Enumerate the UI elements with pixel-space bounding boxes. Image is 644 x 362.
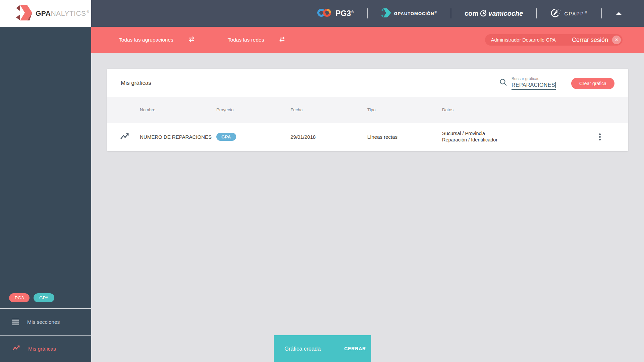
row-chart-type-icon: [107, 133, 140, 141]
gpanalytics-label: GPANALYTICS®: [36, 9, 89, 17]
search-input-value: REPARACIONES: [512, 82, 555, 88]
networks-label: Todas las redes: [228, 37, 264, 43]
swap-icon[interactable]: [187, 36, 196, 44]
cell-datos: Sucursal / Provincia Reparación / Identi…: [442, 130, 570, 143]
comprovamicoche-logo: com vamicoche: [465, 9, 523, 18]
groupings-filter[interactable]: Todas las agrupaciones: [119, 36, 196, 44]
column-nombre: Nombre: [140, 107, 216, 112]
table-row[interactable]: NUMERO DE REPARACIONES GPA 29/01/2018 Lí…: [107, 123, 628, 151]
gpanalytics-arrow-icon: [16, 5, 32, 22]
gpapp-logo: GPAPP®: [550, 7, 588, 19]
cell-nombre: NUMERO DE REPARACIONES: [140, 134, 216, 140]
sidebar-item-mis-graficas[interactable]: Mis gráficas: [0, 335, 91, 362]
datos-line-1: Sucursal / Provincia: [442, 130, 570, 137]
gpapp-label: GPAPP®: [564, 10, 588, 16]
card-header: Mis gráficas Buscar gráficas REPARACIONE…: [107, 69, 628, 97]
search-field-label: Buscar gráficas: [512, 76, 556, 81]
groupings-label: Todas las agrupaciones: [119, 37, 173, 43]
header-divider: [536, 8, 537, 18]
filter-bar: Todas las agrupaciones Todas las redes A…: [91, 27, 644, 53]
sidebar-badges: PG3 GPA: [9, 293, 54, 302]
pg3-logo: PG3®: [317, 8, 354, 19]
logout-close-icon[interactable]: ✕: [612, 36, 621, 44]
gpautomocion-label: GPAUTOMOCIÓN®: [394, 10, 437, 16]
session-pill: Administrador Desarrollo GPA Cerrar sesi…: [485, 34, 623, 46]
graphs-card: Mis gráficas Buscar gráficas REPARACIONE…: [107, 69, 628, 151]
create-graph-button[interactable]: Crear gráfica: [571, 78, 614, 89]
cell-tipo: Líneas rectas: [367, 134, 442, 140]
column-proyecto: Proyecto: [216, 107, 290, 112]
sidebar-menu: Mis secciones Mis gráficas: [0, 308, 91, 362]
pg3-label: PG3®: [335, 9, 354, 18]
comprova-suffix: vamicoche: [488, 10, 523, 17]
badge-gpa[interactable]: GPA: [34, 293, 54, 302]
pg3-infinity-icon: [317, 8, 332, 19]
sidebar: PG3 GPA Mis secciones Mis gráficas: [0, 27, 91, 362]
list-icon: [12, 319, 19, 325]
clock-icon: [478, 9, 488, 18]
sidebar-item-mis-secciones[interactable]: Mis secciones: [0, 308, 91, 335]
cell-proyecto: GPA: [216, 133, 290, 141]
user-name: Administrador Desarrollo GPA: [491, 37, 556, 43]
wrench-circle-icon: [550, 7, 561, 19]
badge-pg3[interactable]: PG3: [9, 293, 30, 302]
gpautomocion-arrow-icon: [381, 8, 391, 19]
column-tipo: Tipo: [367, 107, 442, 112]
search-field: Buscar gráficas REPARACIONES: [512, 76, 556, 90]
top-header: PG3® GPAUTOMOCIÓN® com: [0, 0, 644, 27]
gpanalytics-logo: GPANALYTICS®: [0, 0, 91, 27]
chevron-up-icon: [616, 12, 622, 15]
cell-actions: [570, 133, 628, 140]
column-fecha: Fecha: [290, 107, 367, 112]
text-cursor: [555, 82, 556, 88]
line-chart-icon: [12, 345, 20, 353]
table-header: Nombre Proyecto Fecha Tipo Datos: [107, 97, 628, 123]
header-divider: [451, 8, 451, 18]
project-badge: GPA: [216, 133, 236, 141]
datos-line-2: Reparación / Identificador: [442, 137, 570, 143]
snackbar: Gráfica creada CERRAR: [274, 335, 371, 362]
search-input[interactable]: REPARACIONES: [512, 82, 556, 90]
header-divider: [601, 8, 602, 18]
collapse-header-button[interactable]: [615, 11, 623, 16]
header-logo-strip: PG3® GPAUTOMOCIÓN® com: [317, 0, 644, 27]
logout-button[interactable]: Cerrar sesión: [572, 37, 608, 44]
kebab-menu-icon[interactable]: [599, 133, 601, 140]
card-header-actions: Buscar gráficas REPARACIONES Crear gráfi…: [499, 76, 614, 90]
app-root: PG3® GPAUTOMOCIÓN® com: [0, 0, 644, 362]
snackbar-message: Gráfica creada: [284, 346, 321, 352]
snackbar-close-button[interactable]: CERRAR: [344, 346, 366, 351]
sidebar-item-label: Mis gráficas: [28, 346, 56, 352]
sidebar-item-label: Mis secciones: [27, 319, 60, 325]
search-icon[interactable]: [499, 78, 507, 88]
gpautomocion-logo: GPAUTOMOCIÓN®: [381, 8, 437, 19]
cell-fecha: 29/01/2018: [290, 134, 367, 140]
networks-filter[interactable]: Todas las redes: [228, 36, 286, 44]
main-content: Mis gráficas Buscar gráficas REPARACIONE…: [91, 53, 644, 362]
column-datos: Datos: [442, 107, 570, 112]
page-title: Mis gráficas: [121, 80, 151, 86]
comprova-prefix: com: [465, 10, 478, 17]
header-divider: [367, 8, 368, 18]
swap-icon[interactable]: [278, 36, 286, 44]
